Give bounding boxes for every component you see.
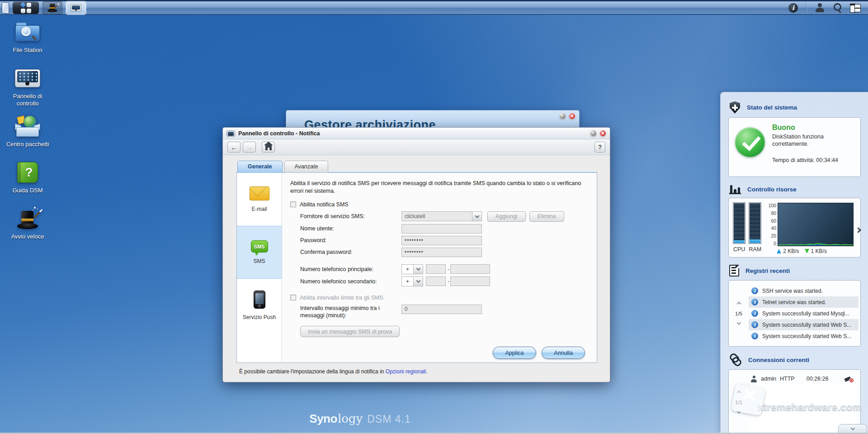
dialog-toolbar: ← → ? bbox=[223, 139, 610, 155]
primary-phone-label: Numero telefonico principale: bbox=[300, 266, 401, 272]
tab-generale[interactable]: Generale bbox=[237, 161, 283, 172]
dialog-footer: È possibile cambiare l'impostazione dell… bbox=[239, 368, 597, 375]
username-field[interactable] bbox=[401, 224, 482, 234]
secondary-phone-prefix-select[interactable]: + bbox=[401, 277, 423, 286]
chevron-down-icon[interactable] bbox=[736, 409, 741, 414]
notification-sidebar: E-mail SMS SMS Servizio Push bbox=[237, 173, 282, 362]
primary-phone-number-field[interactable] bbox=[450, 264, 490, 274]
enable-sms-checkbox[interactable] bbox=[290, 201, 296, 207]
send-test-sms-button[interactable]: Invia un messaggio SMS di prova bbox=[300, 326, 400, 337]
taskbar-separator bbox=[806, 2, 807, 13]
forward-button[interactable]: → bbox=[243, 142, 256, 153]
network-chart-y-axis: 100 80 60 40 20 0 bbox=[766, 203, 778, 246]
dialog-control-panel-notification: Pannello di controllo - Notifica ✕ ← → ?… bbox=[222, 127, 610, 382]
widget-title: Connessioni correnti bbox=[748, 357, 809, 363]
info-icon[interactable]: i bbox=[788, 3, 798, 13]
dialog-titlebar[interactable]: Pannello di controllo - Notifica ✕ bbox=[223, 128, 610, 139]
cpu-label: CPU bbox=[733, 246, 745, 253]
logs-pager: 1/5 bbox=[729, 285, 749, 342]
chevron-up-icon[interactable] bbox=[736, 391, 741, 395]
chevron-up-icon[interactable] bbox=[736, 301, 741, 306]
desktop: i File Station Pannello di controllo Cen… bbox=[0, 0, 868, 434]
chevron-down-icon[interactable] bbox=[736, 320, 741, 325]
desktop-icon-control-panel[interactable]: Pannello di controllo bbox=[3, 67, 52, 108]
tab-avanzate[interactable]: Avanzate bbox=[284, 161, 329, 172]
info-icon: i bbox=[751, 310, 758, 317]
minimize-button[interactable] bbox=[590, 130, 597, 137]
connection-protocol: HTTP bbox=[780, 376, 795, 382]
desktop-icon-file-station[interactable]: File Station bbox=[3, 21, 52, 60]
minimize-button[interactable] bbox=[559, 113, 566, 119]
secondary-phone-number-field[interactable] bbox=[450, 277, 490, 286]
add-provider-button[interactable]: Aggiungi bbox=[487, 211, 526, 222]
dsm-branding: Synology DSM 4.1 bbox=[0, 412, 720, 426]
desktop-icon-label: Guida DSM bbox=[12, 187, 42, 194]
provider-select[interactable]: clickatell bbox=[401, 211, 482, 221]
email-icon bbox=[250, 186, 269, 200]
delete-provider-button[interactable]: Elimina bbox=[529, 211, 564, 222]
log-row: iSystem successfully started Web S... bbox=[749, 319, 859, 330]
synology-logo: Syno bbox=[309, 412, 337, 426]
connection-row: admin HTTP 00:26:26 bbox=[749, 373, 858, 384]
desktop-icon-label: Centro pacchetti bbox=[6, 141, 49, 148]
widget-panel: Stato del sistema Buono DiskStation funz… bbox=[720, 92, 868, 434]
enable-interval-checkbox[interactable] bbox=[290, 295, 296, 300]
desktop-icon-label: Avvio veloce bbox=[11, 233, 44, 240]
log-row: iSSH service was started. bbox=[749, 285, 859, 296]
confirm-password-label: Conferma password: bbox=[300, 249, 401, 255]
widget-panel-collapse-tab[interactable] bbox=[838, 424, 867, 433]
close-icon[interactable]: ✕ bbox=[569, 113, 576, 119]
desktop-icon-dsm-help[interactable]: ? Guida DSM bbox=[3, 161, 52, 200]
download-arrow-icon bbox=[805, 249, 809, 253]
primary-phone-code-field[interactable] bbox=[426, 264, 446, 274]
desktop-icon-package-center[interactable]: Centro pacchetti bbox=[3, 115, 52, 154]
widget-title: Controllo risorse bbox=[747, 186, 797, 193]
control-panel-icon bbox=[226, 130, 235, 137]
search-icon[interactable] bbox=[833, 3, 842, 12]
form-description: Abilita il servizio di notifica SMS per … bbox=[290, 180, 589, 195]
username-label: Nome utente: bbox=[300, 225, 401, 232]
upload-arrow-icon bbox=[777, 249, 781, 253]
network-traffic-legend: 2 KB/s 1 KB/s bbox=[777, 248, 854, 254]
ram-gauge bbox=[749, 203, 761, 243]
quick-launch-icon bbox=[15, 208, 40, 229]
taskbar-app-quick-launch[interactable] bbox=[42, 1, 62, 14]
info-icon: i bbox=[751, 333, 758, 339]
user-icon[interactable] bbox=[815, 3, 825, 12]
window-storage-manager[interactable]: Gestore archiviazione ✕ bbox=[286, 110, 580, 128]
disconnect-icon[interactable] bbox=[845, 375, 854, 382]
home-button[interactable] bbox=[262, 142, 275, 153]
secondary-phone-label: Numero telefonico secondario: bbox=[300, 278, 401, 285]
taskbar: i bbox=[0, 0, 868, 15]
password-field[interactable]: •••••••• bbox=[401, 236, 482, 245]
tab-bar: Generale Avanzate bbox=[236, 161, 597, 172]
show-desktop-button[interactable] bbox=[2, 2, 9, 14]
interval-label: Intervallo messaggi minimo tra i messagg… bbox=[300, 305, 401, 320]
info-icon: i bbox=[751, 299, 758, 305]
desktop-icon-quick-launch[interactable]: Avvio veloce bbox=[3, 207, 52, 246]
apply-button[interactable]: Applica bbox=[493, 347, 536, 359]
widget-title: Stato del sistema bbox=[747, 104, 797, 111]
sidebar-item-email[interactable]: E-mail bbox=[237, 173, 282, 226]
sidebar-item-push-service[interactable]: Servizio Push bbox=[237, 279, 282, 332]
chevron-right-icon bbox=[855, 227, 861, 233]
info-icon: i bbox=[751, 321, 758, 328]
main-menu-button[interactable] bbox=[13, 2, 39, 14]
taskbar-app-control-panel[interactable] bbox=[66, 1, 86, 14]
back-button[interactable]: ← bbox=[227, 142, 241, 153]
regional-options-link[interactable]: Opzioni regionali bbox=[386, 368, 426, 375]
secondary-phone-code-field[interactable] bbox=[426, 277, 446, 286]
resource-monitor-expand-button[interactable] bbox=[856, 226, 860, 234]
recent-logs-icon bbox=[729, 265, 739, 277]
primary-phone-prefix-select[interactable]: + bbox=[401, 264, 423, 274]
confirm-password-field[interactable]: •••••••• bbox=[401, 248, 482, 257]
cancel-button[interactable]: Annulla bbox=[542, 347, 585, 359]
interval-field[interactable]: 0 bbox=[401, 305, 482, 314]
system-health-card: Buono DiskStation funziona correttamente… bbox=[728, 117, 861, 177]
help-button[interactable]: ? bbox=[594, 142, 605, 153]
sidebar-item-sms[interactable]: SMS SMS bbox=[237, 226, 282, 279]
close-icon[interactable]: ✕ bbox=[599, 130, 606, 137]
info-icon: i bbox=[751, 287, 758, 294]
pilot-view-icon[interactable] bbox=[850, 4, 861, 12]
connections-link-icon bbox=[729, 354, 742, 366]
